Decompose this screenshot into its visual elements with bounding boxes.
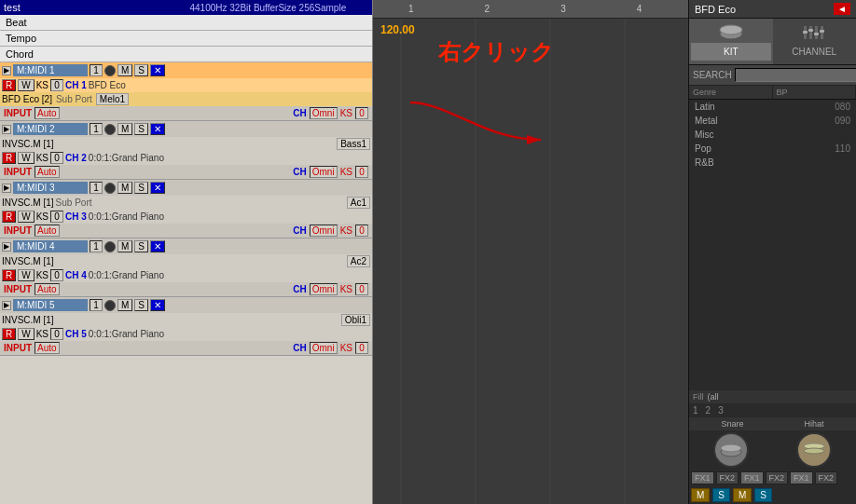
fx4-btn[interactable]: FX2 bbox=[766, 471, 789, 484]
fx1-btn[interactable]: FX1 bbox=[691, 471, 714, 484]
track-main-5[interactable]: ▶ M:MIDI 5 1 M S ✕ bbox=[0, 297, 372, 313]
input-ks-3: KS bbox=[340, 225, 352, 236]
bfd-panel: BFD Eco ◄ KIT bbox=[688, 0, 856, 504]
fx-btn-3[interactable]: ✕ bbox=[150, 182, 165, 194]
track-main-3[interactable]: ▶ M:MIDI 3 1 M S ✕ bbox=[0, 180, 372, 196]
solo-btn-1[interactable]: S bbox=[134, 64, 148, 76]
bfd-title-bar: BFD Eco ◄ bbox=[689, 0, 856, 19]
tempo-display: 120.00 bbox=[380, 23, 415, 36]
fx-btn-1[interactable]: ✕ bbox=[150, 64, 165, 76]
input-ch-label-1: CH bbox=[293, 108, 306, 118]
list-item-rnb[interactable]: R&B bbox=[689, 156, 856, 170]
mute-btn-3[interactable]: M bbox=[117, 182, 132, 194]
m-btn-2[interactable]: M bbox=[733, 488, 752, 502]
bfd-kit-area[interactable]: KIT bbox=[689, 19, 773, 64]
ks-label-3: KS bbox=[36, 211, 48, 222]
num2: 2 bbox=[706, 405, 711, 415]
rec-btn-3[interactable] bbox=[104, 183, 116, 194]
bfd-close-btn[interactable]: ◄ bbox=[834, 3, 850, 15]
bfd-tab-channel[interactable]: CHANNEL bbox=[775, 43, 855, 61]
mute-btn-5[interactable]: M bbox=[117, 299, 132, 311]
track-number-5: 1 bbox=[90, 299, 103, 311]
track-main-4[interactable]: ▶ M:MIDI 4 1 M S ✕ bbox=[0, 238, 372, 254]
bfd-search-input[interactable] bbox=[735, 68, 856, 82]
track-name-3[interactable]: M:MIDI 3 bbox=[13, 182, 88, 194]
expand-btn-4[interactable]: ▶ bbox=[2, 242, 11, 252]
input-ch-label-2: CH bbox=[293, 167, 306, 177]
input-ks-val-3: 0 bbox=[355, 225, 368, 237]
track-name-4[interactable]: M:MIDI 4 bbox=[13, 240, 88, 252]
rw-btn-2[interactable]: R bbox=[2, 152, 16, 164]
solo-btn-3[interactable]: S bbox=[134, 182, 148, 194]
track-name-5[interactable]: M:MIDI 5 bbox=[13, 299, 88, 311]
arrow-annotation bbox=[392, 93, 559, 149]
mute-btn-4[interactable]: M bbox=[117, 240, 132, 252]
w-btn-2[interactable]: W bbox=[18, 152, 34, 164]
rec-btn-4[interactable] bbox=[104, 241, 116, 252]
track-main-2[interactable]: ▶ M:MIDI 2 1 M S ✕ bbox=[0, 121, 372, 137]
rec-btn-2[interactable] bbox=[104, 124, 116, 135]
svg-point-19 bbox=[804, 448, 824, 454]
rw-btn-4[interactable]: R bbox=[2, 269, 16, 281]
list-item-pop[interactable]: Pop 110 bbox=[689, 142, 856, 156]
expand-btn-1[interactable]: ▶ bbox=[2, 66, 11, 75]
fx5-btn[interactable]: FX1 bbox=[790, 471, 813, 484]
m-btn-1[interactable]: M bbox=[691, 488, 710, 502]
list-item-misc[interactable]: Misc bbox=[689, 128, 856, 142]
genre-name-pop: Pop bbox=[695, 143, 711, 154]
right-click-annotation: 右クリック bbox=[438, 37, 554, 67]
svg-rect-14 bbox=[814, 33, 819, 35]
beat-label: Beat bbox=[6, 17, 27, 28]
piano-label-3: 0:0:1:Grand Piano bbox=[89, 211, 164, 222]
rw-btn-5[interactable]: R bbox=[2, 328, 16, 340]
input-ks-5: KS bbox=[340, 343, 352, 353]
drum-pads-row bbox=[689, 430, 856, 470]
rw-btn-1[interactable]: R bbox=[2, 79, 16, 91]
fx-btn-2[interactable]: ✕ bbox=[150, 123, 165, 135]
track-sub-3: INVSC.M [1] Sub Port Ac1 bbox=[0, 196, 372, 210]
w-btn-5[interactable]: W bbox=[18, 328, 34, 340]
track-input-5: INPUT Auto CH Omni KS 0 bbox=[0, 341, 372, 355]
rw-btn-3[interactable]: R bbox=[2, 211, 16, 223]
s-btn-1[interactable]: S bbox=[712, 488, 730, 502]
expand-btn-2[interactable]: ▶ bbox=[2, 125, 11, 134]
bass-badge-2: Bass1 bbox=[337, 138, 370, 150]
fx6-btn[interactable]: FX2 bbox=[815, 471, 838, 484]
w-btn-3[interactable]: W bbox=[18, 211, 34, 223]
track-name-1[interactable]: M:MIDI 1 bbox=[13, 64, 88, 76]
solo-btn-2[interactable]: S bbox=[134, 123, 148, 135]
expand-btn-3[interactable]: ▶ bbox=[2, 184, 11, 193]
s-btn-2[interactable]: S bbox=[754, 488, 772, 502]
drum-pad-snare[interactable] bbox=[713, 432, 749, 468]
bfd-channel-area[interactable]: CHANNEL bbox=[773, 19, 857, 64]
track-main-1[interactable]: ▶ M:MIDI 1 1 M S ✕ bbox=[0, 62, 372, 78]
track-name-2[interactable]: M:MIDI 2 bbox=[13, 123, 88, 135]
expand-btn-5[interactable]: ▶ bbox=[2, 301, 11, 310]
solo-btn-4[interactable]: S bbox=[134, 240, 148, 252]
fx3-btn[interactable]: FX1 bbox=[740, 471, 764, 484]
omni-label-4: Omni bbox=[310, 283, 338, 295]
rec-btn-5[interactable] bbox=[104, 300, 116, 311]
w-btn-1[interactable]: W bbox=[18, 79, 34, 91]
rec-btn-1[interactable] bbox=[104, 65, 116, 76]
auto-label-4: Auto bbox=[35, 283, 60, 295]
fx2-btn[interactable]: FX2 bbox=[716, 471, 739, 484]
fill-section: Fill (all bbox=[689, 390, 856, 403]
list-item-latin[interactable]: Latin 080 bbox=[689, 100, 856, 114]
fx-btn-4[interactable]: ✕ bbox=[150, 240, 165, 252]
auto-label-5: Auto bbox=[35, 342, 60, 354]
mute-btn-1[interactable]: M bbox=[117, 64, 132, 76]
sub-name-3: INVSC.M [1] bbox=[2, 198, 54, 208]
list-item-metal[interactable]: Metal 090 bbox=[689, 114, 856, 128]
w-btn-4[interactable]: W bbox=[18, 269, 34, 281]
track-sub-4: INVSC.M [1] Ac2 bbox=[0, 254, 372, 268]
fx-btn-5[interactable]: ✕ bbox=[150, 299, 165, 311]
mute-btn-2[interactable]: M bbox=[117, 123, 132, 135]
genre-bp-latin: 080 bbox=[835, 102, 850, 112]
input-ch-label-3: CH bbox=[293, 225, 306, 236]
svg-rect-9 bbox=[809, 26, 812, 39]
bfd-tab-kit[interactable]: KIT bbox=[691, 43, 771, 61]
drum-pad-hihat[interactable] bbox=[796, 432, 832, 468]
plugin-label-1: BFD Eco bbox=[89, 80, 126, 90]
solo-btn-5[interactable]: S bbox=[134, 299, 148, 311]
